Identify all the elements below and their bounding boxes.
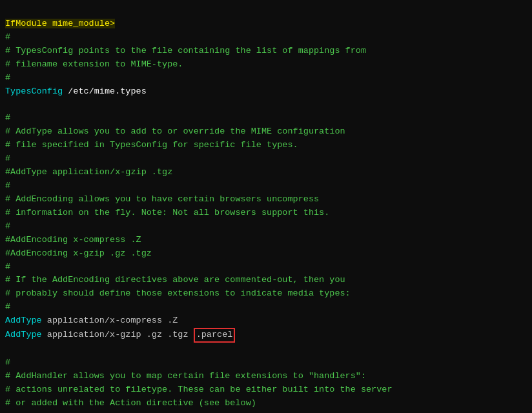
directive-typesconfig: TypesConfig bbox=[5, 86, 63, 96]
line-comment: # bbox=[5, 262, 10, 272]
line-comment: # bbox=[5, 221, 10, 231]
line-comment: # bbox=[5, 358, 10, 367]
directive-addtype-compress: AddType bbox=[5, 316, 42, 325]
line-comment: # AddEncoding allows you to have certain… bbox=[5, 194, 319, 204]
line-comment: # If the AddEncoding directives above ar… bbox=[5, 275, 345, 285]
line-comment: # bbox=[5, 32, 10, 42]
highlight-parcel: .parcel bbox=[194, 328, 236, 343]
line-comment: # bbox=[5, 73, 10, 83]
line-comment: # filename extension to MIME-type. bbox=[5, 59, 183, 69]
line-comment: # bbox=[5, 302, 10, 312]
line-comment: #AddType application/x-gzip .tgz bbox=[5, 167, 172, 177]
line-comment: #AddEncoding x-gzip .gz .tgz bbox=[5, 248, 152, 258]
ifmodule-keyword: IfModule mime_module bbox=[5, 19, 110, 28]
line-comment: # bbox=[5, 113, 10, 123]
blank-line bbox=[5, 99, 10, 109]
directive-value: /etc/mime.types bbox=[63, 86, 147, 96]
line-comment: # information on the fly. Note: Not all … bbox=[5, 208, 329, 217]
line-comment: # or added with the Action directive (se… bbox=[5, 398, 256, 408]
directive-addtype-gzip: AddType bbox=[5, 330, 42, 339]
line-comment: # actions unrelated to filetype. These c… bbox=[5, 385, 393, 394]
blank-line bbox=[5, 344, 10, 354]
code-editor: IfModule mime_module> # # TypesConfig po… bbox=[0, 0, 532, 413]
directive-value-gzip: application/x-gzip .gz .tgz bbox=[42, 330, 194, 339]
line-comment: # TypesConfig points to the file contain… bbox=[5, 46, 366, 55]
line-comment: # bbox=[5, 154, 10, 163]
line-comment: #AddEncoding x-compress .Z bbox=[5, 235, 141, 245]
line-comment: # bbox=[5, 181, 10, 190]
line-comment: # AddHandler allows you to map certain f… bbox=[5, 371, 366, 381]
line-comment: # probably should define those extension… bbox=[5, 288, 351, 298]
line-comment: # AddType allows you to add to or overri… bbox=[5, 126, 345, 136]
line-comment: # file specified in TypesConfig for spec… bbox=[5, 140, 298, 150]
directive-value-compress: application/x-compress .Z bbox=[42, 316, 178, 325]
